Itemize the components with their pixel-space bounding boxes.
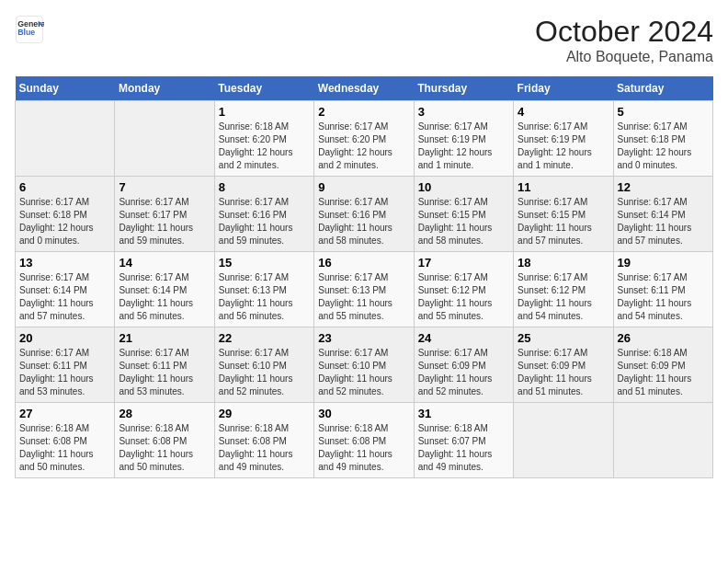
- day-info: Sunrise: 6:17 AM Sunset: 6:16 PM Dayligh…: [318, 196, 409, 247]
- day-number: 2: [318, 105, 409, 119]
- calendar-table: SundayMondayTuesdayWednesdayThursdayFrid…: [15, 76, 713, 478]
- calendar-cell: 16Sunrise: 6:17 AM Sunset: 6:13 PM Dayli…: [314, 252, 414, 327]
- day-number: 16: [318, 256, 409, 270]
- day-number: 13: [19, 256, 110, 270]
- calendar-week-1: 1Sunrise: 6:18 AM Sunset: 6:20 PM Daylig…: [16, 101, 713, 177]
- day-number: 26: [618, 331, 709, 345]
- day-number: 25: [518, 331, 609, 345]
- day-number: 1: [219, 105, 310, 119]
- day-number: 18: [518, 256, 609, 270]
- day-info: Sunrise: 6:18 AM Sunset: 6:08 PM Dayligh…: [318, 422, 409, 474]
- day-number: 29: [219, 407, 310, 420]
- calendar-cell: 19Sunrise: 6:17 AM Sunset: 6:11 PM Dayli…: [613, 252, 712, 327]
- calendar-week-3: 13Sunrise: 6:17 AM Sunset: 6:14 PM Dayli…: [16, 252, 713, 327]
- calendar-cell: 20Sunrise: 6:17 AM Sunset: 6:11 PM Dayli…: [16, 327, 115, 403]
- calendar-cell: 17Sunrise: 6:17 AM Sunset: 6:12 PM Dayli…: [414, 252, 513, 327]
- calendar-cell: [115, 101, 214, 177]
- day-info: Sunrise: 6:18 AM Sunset: 6:08 PM Dayligh…: [19, 422, 110, 474]
- calendar-cell: 14Sunrise: 6:17 AM Sunset: 6:14 PM Dayli…: [115, 252, 214, 327]
- day-number: 3: [418, 105, 509, 119]
- day-number: 15: [219, 256, 310, 270]
- day-number: 4: [518, 105, 609, 119]
- day-number: 5: [618, 105, 709, 119]
- day-header-saturday: Saturday: [613, 76, 712, 101]
- day-info: Sunrise: 6:18 AM Sunset: 6:08 PM Dayligh…: [219, 422, 310, 474]
- day-number: 7: [119, 180, 210, 194]
- day-info: Sunrise: 6:17 AM Sunset: 6:13 PM Dayligh…: [318, 271, 409, 323]
- calendar-cell: 23Sunrise: 6:17 AM Sunset: 6:10 PM Dayli…: [314, 327, 414, 403]
- day-number: 8: [219, 180, 310, 194]
- day-number: 11: [518, 180, 609, 194]
- calendar-cell: 22Sunrise: 6:17 AM Sunset: 6:10 PM Dayli…: [214, 327, 313, 403]
- calendar-cell: 27Sunrise: 6:18 AM Sunset: 6:08 PM Dayli…: [16, 403, 115, 478]
- calendar-cell: 15Sunrise: 6:17 AM Sunset: 6:13 PM Dayli…: [214, 252, 313, 327]
- logo: General Blue: [15, 15, 48, 44]
- calendar-cell: 1Sunrise: 6:18 AM Sunset: 6:20 PM Daylig…: [214, 101, 313, 177]
- day-info: Sunrise: 6:17 AM Sunset: 6:17 PM Dayligh…: [119, 196, 210, 247]
- calendar-cell: 25Sunrise: 6:17 AM Sunset: 6:09 PM Dayli…: [514, 327, 613, 403]
- day-info: Sunrise: 6:18 AM Sunset: 6:08 PM Dayligh…: [119, 422, 210, 474]
- calendar-cell: 30Sunrise: 6:18 AM Sunset: 6:08 PM Dayli…: [314, 403, 414, 478]
- day-number: 23: [318, 331, 409, 345]
- day-info: Sunrise: 6:17 AM Sunset: 6:18 PM Dayligh…: [19, 196, 110, 247]
- calendar-cell: 24Sunrise: 6:17 AM Sunset: 6:09 PM Dayli…: [414, 327, 513, 403]
- day-info: Sunrise: 6:17 AM Sunset: 6:11 PM Dayligh…: [19, 347, 110, 398]
- calendar-week-4: 20Sunrise: 6:17 AM Sunset: 6:11 PM Dayli…: [16, 327, 713, 403]
- calendar-cell: 21Sunrise: 6:17 AM Sunset: 6:11 PM Dayli…: [115, 327, 214, 403]
- calendar-cell: 4Sunrise: 6:17 AM Sunset: 6:19 PM Daylig…: [514, 101, 613, 177]
- day-info: Sunrise: 6:17 AM Sunset: 6:20 PM Dayligh…: [318, 121, 409, 172]
- day-header-monday: Monday: [115, 76, 214, 101]
- day-info: Sunrise: 6:17 AM Sunset: 6:09 PM Dayligh…: [418, 347, 509, 398]
- day-info: Sunrise: 6:17 AM Sunset: 6:11 PM Dayligh…: [119, 347, 210, 398]
- day-info: Sunrise: 6:17 AM Sunset: 6:14 PM Dayligh…: [19, 271, 110, 323]
- day-info: Sunrise: 6:18 AM Sunset: 6:07 PM Dayligh…: [418, 422, 509, 474]
- day-info: Sunrise: 6:17 AM Sunset: 6:13 PM Dayligh…: [219, 271, 310, 323]
- day-info: Sunrise: 6:17 AM Sunset: 6:14 PM Dayligh…: [119, 271, 210, 323]
- day-number: 24: [418, 331, 509, 345]
- day-number: 30: [318, 407, 409, 420]
- day-info: Sunrise: 6:17 AM Sunset: 6:15 PM Dayligh…: [518, 196, 609, 247]
- calendar-week-2: 6Sunrise: 6:17 AM Sunset: 6:18 PM Daylig…: [16, 177, 713, 252]
- day-info: Sunrise: 6:17 AM Sunset: 6:18 PM Dayligh…: [618, 121, 709, 172]
- day-info: Sunrise: 6:18 AM Sunset: 6:20 PM Dayligh…: [219, 121, 310, 172]
- day-info: Sunrise: 6:17 AM Sunset: 6:19 PM Dayligh…: [518, 121, 609, 172]
- calendar-cell: 10Sunrise: 6:17 AM Sunset: 6:15 PM Dayli…: [414, 177, 513, 252]
- day-number: 17: [418, 256, 509, 270]
- calendar-cell: [514, 403, 613, 478]
- day-info: Sunrise: 6:17 AM Sunset: 6:12 PM Dayligh…: [418, 271, 509, 323]
- day-info: Sunrise: 6:17 AM Sunset: 6:10 PM Dayligh…: [219, 347, 310, 398]
- page-title: October 2024: [535, 15, 713, 49]
- page-header: General Blue October 2024 Alto Boquete, …: [15, 15, 713, 65]
- day-info: Sunrise: 6:17 AM Sunset: 6:09 PM Dayligh…: [518, 347, 609, 398]
- calendar-cell: 29Sunrise: 6:18 AM Sunset: 6:08 PM Dayli…: [214, 403, 313, 478]
- day-number: 19: [618, 256, 709, 270]
- calendar-cell: 31Sunrise: 6:18 AM Sunset: 6:07 PM Dayli…: [414, 403, 513, 478]
- day-number: 9: [318, 180, 409, 194]
- day-header-thursday: Thursday: [414, 76, 513, 101]
- title-block: October 2024 Alto Boquete, Panama: [535, 15, 713, 65]
- calendar-cell: 8Sunrise: 6:17 AM Sunset: 6:16 PM Daylig…: [214, 177, 313, 252]
- day-number: 20: [19, 331, 110, 345]
- day-info: Sunrise: 6:17 AM Sunset: 6:16 PM Dayligh…: [219, 196, 310, 247]
- day-number: 21: [119, 331, 210, 345]
- calendar-cell: 9Sunrise: 6:17 AM Sunset: 6:16 PM Daylig…: [314, 177, 414, 252]
- day-header-wednesday: Wednesday: [314, 76, 414, 101]
- day-number: 28: [119, 407, 210, 420]
- day-header-sunday: Sunday: [16, 76, 115, 101]
- day-number: 12: [618, 180, 709, 194]
- calendar-cell: 6Sunrise: 6:17 AM Sunset: 6:18 PM Daylig…: [16, 177, 115, 252]
- day-number: 14: [119, 256, 210, 270]
- page-subtitle: Alto Boquete, Panama: [535, 49, 713, 65]
- calendar-cell: 12Sunrise: 6:17 AM Sunset: 6:14 PM Dayli…: [613, 177, 712, 252]
- day-info: Sunrise: 6:17 AM Sunset: 6:11 PM Dayligh…: [618, 271, 709, 323]
- svg-text:Blue: Blue: [17, 28, 35, 37]
- calendar-cell: [16, 101, 115, 177]
- day-info: Sunrise: 6:17 AM Sunset: 6:19 PM Dayligh…: [418, 121, 509, 172]
- day-number: 31: [418, 407, 509, 420]
- day-number: 10: [418, 180, 509, 194]
- calendar-cell: 5Sunrise: 6:17 AM Sunset: 6:18 PM Daylig…: [613, 101, 712, 177]
- day-number: 27: [19, 407, 110, 420]
- day-number: 22: [219, 331, 310, 345]
- day-info: Sunrise: 6:18 AM Sunset: 6:09 PM Dayligh…: [618, 347, 709, 398]
- day-info: Sunrise: 6:17 AM Sunset: 6:14 PM Dayligh…: [618, 196, 709, 247]
